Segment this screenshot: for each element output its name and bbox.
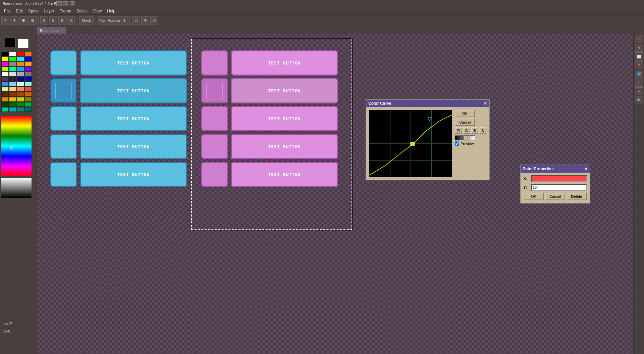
tool-arrow[interactable]: ↖ xyxy=(1,16,9,25)
palette-cell[interactable] xyxy=(24,67,32,72)
palette-cell[interactable] xyxy=(1,57,9,61)
palette-cell[interactable] xyxy=(1,62,9,67)
palette-cell[interactable] xyxy=(9,97,16,102)
right-tool-1[interactable]: ⊞ xyxy=(635,35,643,43)
palette-cell[interactable] xyxy=(1,72,9,77)
channel-b-button[interactable]: B xyxy=(471,127,478,134)
palette-cell[interactable] xyxy=(1,97,9,102)
right-tool-8[interactable]: 🔍 xyxy=(635,96,643,104)
foreground-color[interactable] xyxy=(5,38,15,47)
palette-cell[interactable] xyxy=(9,62,16,67)
tool-grid1[interactable]: ⊞ xyxy=(40,16,48,25)
palette-cell[interactable] xyxy=(24,107,32,112)
point-props-close-icon[interactable]: ✕ xyxy=(584,167,588,171)
tab-close-button[interactable]: ✕ xyxy=(61,29,63,32)
color-gradient[interactable] xyxy=(1,116,32,176)
point-props-delete-button[interactable]: Delete xyxy=(567,193,587,200)
pink-btn-3[interactable]: TEST BUTTON xyxy=(231,106,338,131)
palette-cell[interactable] xyxy=(24,52,32,56)
tool-move[interactable]: ✛ xyxy=(10,16,18,25)
point-props-cancel-button[interactable]: Cancel xyxy=(545,193,565,200)
pink-btn-5[interactable]: TEST BUTTON xyxy=(231,162,338,187)
palette-cell[interactable] xyxy=(9,57,16,61)
tab-buttons-ase[interactable]: Buttons.ase ✕ xyxy=(37,27,66,34)
right-tool-7[interactable]: ✂ xyxy=(635,87,643,95)
pink-btn-2[interactable]: TEST BUTTON xyxy=(231,78,338,103)
preview-check-input[interactable] xyxy=(455,141,459,146)
palette-cell[interactable] xyxy=(17,92,24,97)
palette-cell[interactable] xyxy=(1,82,9,87)
palette-cell[interactable] xyxy=(17,57,24,61)
palette-cell[interactable] xyxy=(24,97,32,102)
palette-cell[interactable] xyxy=(9,72,16,77)
tool-snap3[interactable]: ◎ xyxy=(150,16,158,25)
channel-a-button[interactable]: A xyxy=(479,127,486,134)
palette-cell[interactable] xyxy=(24,102,32,107)
palette-cell[interactable] xyxy=(24,82,32,87)
rotation-dropdown[interactable]: Fast Rotation ▼ xyxy=(98,16,131,25)
blue-btn-5[interactable]: TEST BUTTON xyxy=(80,162,187,187)
right-tool-3[interactable]: ⬜ xyxy=(635,52,643,60)
preview-checkbox[interactable]: Preview xyxy=(455,141,486,146)
blue-btn-1[interactable]: TEST BUTTON xyxy=(80,50,187,76)
palette-cell[interactable] xyxy=(17,62,24,67)
point-props-ok-button[interactable]: OK xyxy=(524,193,544,200)
palette-cell[interactable] xyxy=(1,52,9,56)
tool-grid2[interactable]: ⊟ xyxy=(49,16,57,25)
menu-select[interactable]: Select xyxy=(74,8,90,14)
palette-cell[interactable] xyxy=(17,72,24,77)
right-tool-5[interactable]: 🪣 xyxy=(635,70,643,78)
palette-cell[interactable] xyxy=(17,67,24,72)
palette-cell[interactable] xyxy=(1,87,9,92)
palette-cell[interactable] xyxy=(9,67,16,72)
y-input[interactable] xyxy=(531,184,587,191)
palette-cell[interactable] xyxy=(17,82,24,87)
right-tool-4[interactable]: ⊙ xyxy=(635,61,643,69)
x-input[interactable] xyxy=(531,175,587,182)
menu-edit[interactable]: Edit xyxy=(13,8,25,14)
color-curve-cancel-button[interactable]: Cancel xyxy=(455,119,475,126)
palette-cell[interactable] xyxy=(1,77,9,82)
palette-cell[interactable] xyxy=(9,102,16,107)
menu-layer[interactable]: Layer xyxy=(41,8,57,14)
mask-button[interactable]: Mask xyxy=(79,16,94,25)
palette-cell[interactable] xyxy=(17,52,24,56)
palette-cell[interactable] xyxy=(17,87,24,92)
palette-cell[interactable] xyxy=(24,62,32,67)
palette-cell[interactable] xyxy=(24,87,32,92)
color-curve-title-bar[interactable]: Color Curve ✕ xyxy=(366,100,489,107)
pink-btn-4[interactable]: TEST BUTTON xyxy=(231,134,338,159)
palette-cell[interactable] xyxy=(17,107,24,112)
curve-graph[interactable] xyxy=(369,110,452,177)
menu-file[interactable]: File xyxy=(1,8,13,14)
minimize-button[interactable]: ─ xyxy=(56,1,62,6)
tool-crop[interactable]: ▣ xyxy=(19,16,28,25)
palette-cell[interactable] xyxy=(9,92,16,97)
tool-snap2[interactable]: ⊙ xyxy=(141,16,149,25)
tool-snap1[interactable]: □ xyxy=(132,16,140,25)
palette-cell[interactable] xyxy=(9,77,16,82)
palette-cell[interactable] xyxy=(9,52,16,56)
channel-g-button[interactable]: G xyxy=(463,127,470,134)
palette-cell[interactable] xyxy=(24,57,32,61)
blue-btn-2[interactable]: TEST BUTTON xyxy=(80,78,187,103)
brightness-slider[interactable] xyxy=(1,178,32,198)
menu-frame[interactable]: Frame xyxy=(57,8,74,14)
right-tool-2[interactable]: ✎ xyxy=(635,44,643,52)
palette-cell[interactable] xyxy=(1,102,9,107)
pink-btn-1[interactable]: TEST BUTTON xyxy=(231,50,338,76)
palette-cell[interactable] xyxy=(1,67,9,72)
palette-cell[interactable] xyxy=(1,107,9,112)
palette-cell[interactable] xyxy=(9,87,16,92)
color-curve-close-icon[interactable]: ✕ xyxy=(484,101,487,106)
color-curve-ok-button[interactable]: OK xyxy=(455,110,475,117)
tool-grid3[interactable]: ⊠ xyxy=(58,16,66,25)
channel-r-button[interactable]: R xyxy=(455,127,462,134)
palette-cell[interactable] xyxy=(9,82,16,87)
curve-slider[interactable] xyxy=(455,135,475,140)
blue-btn-4[interactable]: TEST BUTTON xyxy=(80,134,187,159)
point-props-title-bar[interactable]: Point Properties ✕ xyxy=(521,165,590,173)
tool-resize[interactable]: ⊞ xyxy=(29,16,37,25)
background-color[interactable] xyxy=(18,39,29,48)
close-button[interactable]: ✕ xyxy=(70,1,75,6)
